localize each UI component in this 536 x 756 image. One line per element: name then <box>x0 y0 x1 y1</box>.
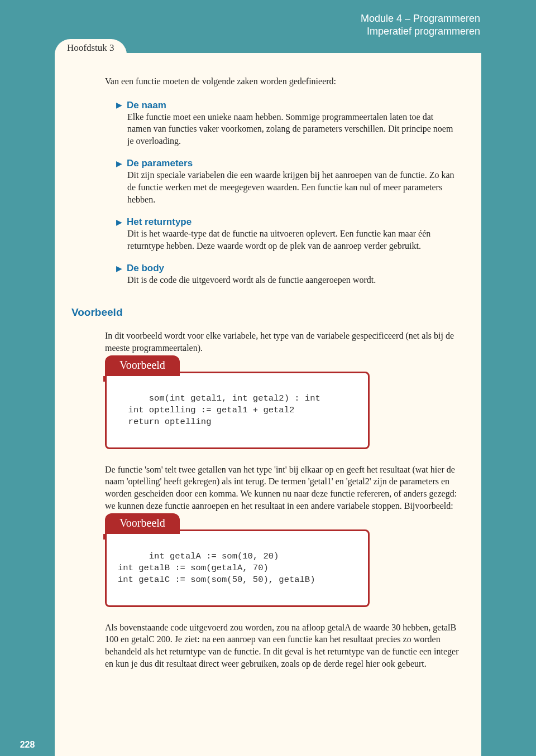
triangle-icon: ▶ <box>116 264 122 273</box>
example-intro: In dit voorbeeld wordt voor elke variabe… <box>105 330 459 354</box>
module-line: Module 4 – Programmeren <box>361 12 480 25</box>
left-margin-strip <box>0 53 55 756</box>
def-body: Dit is het waarde-type dat de functie na… <box>127 228 459 252</box>
def-item-returntype: ▶ Het returntype Dit is het waarde-type … <box>116 216 459 252</box>
topic-line: Imperatief programmeren <box>361 25 480 38</box>
example-code: som(int getal1, int getal2) : int int op… <box>118 393 320 427</box>
example-tab: Voorbeeld <box>105 513 180 534</box>
example-box-2: Voorbeeldint getalA := som(10, 20) int g… <box>105 529 370 607</box>
triangle-icon: ▶ <box>116 100 122 110</box>
def-title: De naam <box>127 100 166 111</box>
definition-list: ▶ De naam Elke functie moet een unieke n… <box>116 100 459 286</box>
section-title-voorbeeld: Voorbeeld <box>71 306 459 319</box>
def-title: De body <box>127 263 164 274</box>
def-body: Dit is de code die uitgevoerd wordt als … <box>127 274 459 286</box>
def-title: De parameters <box>127 158 193 169</box>
example-box-1: Voorbeeldsom(int getal1, int getal2) : i… <box>105 372 370 449</box>
triangle-icon: ▶ <box>116 218 122 227</box>
example-code: int getalA := som(10, 20) int getalB := … <box>118 551 315 585</box>
def-title: Het returntype <box>127 216 192 228</box>
def-body: Elke functie moet een unieke naam hebben… <box>127 111 459 147</box>
para-after-ex1: De functie 'som' telt twee getallen van … <box>105 464 459 512</box>
example-tab: Voorbeeld <box>105 355 180 376</box>
intro-text: Van een functie moeten de volgende zaken… <box>105 75 459 88</box>
def-item-naam: ▶ De naam Elke functie moet een unieke n… <box>116 100 459 147</box>
header-text: Module 4 – Programmeren Imperatief progr… <box>361 12 480 38</box>
right-margin-strip <box>481 53 536 756</box>
def-item-parameters: ▶ De parameters Dit zijn speciale variab… <box>116 158 459 205</box>
triangle-icon: ▶ <box>116 159 122 168</box>
para-after-ex2: Als bovenstaande code uitgevoerd zou wor… <box>105 622 459 670</box>
chapter-tab: Hoofdstuk 3 <box>55 39 127 64</box>
page-body: Van een functie moeten de volgende zaken… <box>55 53 481 756</box>
page-number: 228 <box>0 734 55 756</box>
def-item-body: ▶ De body Dit is de code die uitgevoerd … <box>116 263 459 286</box>
def-body: Dit zijn speciale variabelen die een waa… <box>127 169 459 205</box>
